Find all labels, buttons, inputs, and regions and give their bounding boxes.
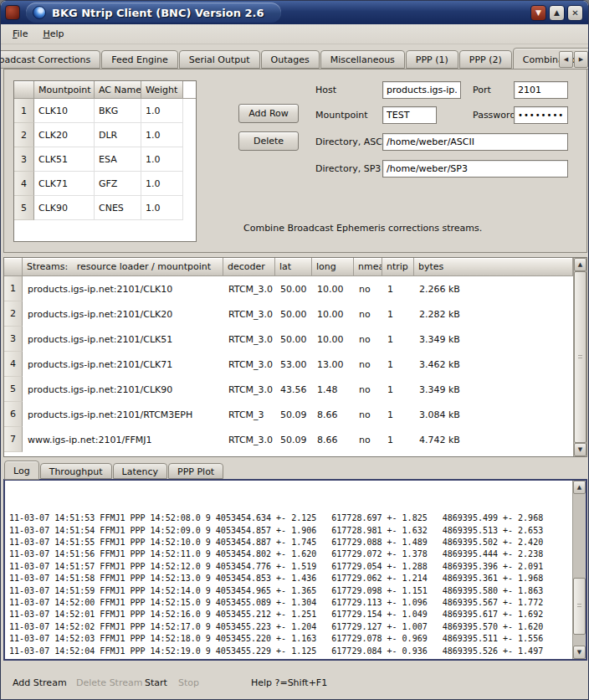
stream-mountpoint[interactable]: products.igs-ip.net:2101/CLK90 bbox=[23, 377, 223, 402]
combination-table-row[interactable]: 3 CLK51 ESA 1.0 bbox=[14, 147, 196, 172]
log-scroll-down-button[interactable]: ▼ bbox=[573, 646, 586, 659]
header-nmea[interactable]: nmea bbox=[354, 258, 382, 276]
stream-decoder[interactable]: RTCM_3.0 bbox=[223, 327, 275, 352]
header-bytes[interactable]: bytes bbox=[414, 258, 573, 276]
menu-file[interactable]: File bbox=[5, 26, 35, 42]
cell-weight[interactable]: 1.0 bbox=[141, 123, 183, 147]
start-button[interactable]: Start bbox=[145, 677, 167, 688]
stream-long[interactable]: 8.66 bbox=[312, 402, 354, 427]
tab-scroll-right-button[interactable]: ▶ bbox=[574, 51, 588, 68]
header-streams-mountpoint[interactable]: Streams: resource loader / mountpoint bbox=[23, 258, 223, 276]
stream-decoder[interactable]: RTCM_3.0 bbox=[223, 377, 275, 402]
stream-nmea[interactable]: no bbox=[354, 352, 382, 377]
stream-decoder[interactable]: RTCM_3.0 bbox=[223, 301, 275, 327]
log-scrollbar-thumb[interactable] bbox=[573, 578, 586, 636]
stream-row[interactable]: 4 products.igs-ip.net:2101/CLK71 RTCM_3.… bbox=[4, 352, 573, 377]
header-ntrip[interactable]: ntrip bbox=[382, 258, 414, 276]
stream-decoder[interactable]: RTCM_3.0 bbox=[223, 276, 275, 301]
stream-long[interactable]: 13.00 bbox=[312, 352, 354, 377]
streams-scrollbar-thumb[interactable] bbox=[574, 271, 586, 443]
tab-ppp-1[interactable]: PPP (1) bbox=[406, 50, 458, 69]
directory-ascii-input[interactable] bbox=[382, 133, 568, 151]
cell-mountpoint[interactable]: CLK90 bbox=[34, 196, 95, 220]
delete-button[interactable]: Delete bbox=[238, 131, 299, 151]
scroll-up-button[interactable]: ▲ bbox=[574, 258, 586, 271]
stream-row[interactable]: 7 www.igs-ip.net:2101/FFMJ1 RTCM_3.0 50.… bbox=[4, 427, 573, 452]
tab-log[interactable]: Log bbox=[4, 461, 39, 480]
port-input[interactable] bbox=[514, 81, 568, 99]
stream-long[interactable]: 10.00 bbox=[312, 327, 354, 352]
tab-ppp-plot[interactable]: PPP Plot bbox=[168, 463, 223, 479]
tab-scroll-left-button[interactable]: ◀ bbox=[559, 51, 573, 68]
stream-ntrip[interactable]: 1 bbox=[382, 352, 414, 377]
stream-row[interactable]: 3 products.igs-ip.net:2101/CLK51 RTCM_3.… bbox=[4, 327, 573, 352]
stream-bytes[interactable]: 3.349 kB bbox=[414, 377, 573, 402]
combination-table-row[interactable]: 2 CLK20 DLR 1.0 bbox=[14, 123, 196, 147]
stream-long[interactable]: 10.00 bbox=[312, 276, 354, 301]
tab-serial-output[interactable]: Serial Output bbox=[179, 50, 260, 69]
add-row-button[interactable]: Add Row bbox=[238, 104, 299, 123]
stream-nmea[interactable]: no bbox=[354, 327, 382, 352]
stream-ntrip[interactable]: 1 bbox=[382, 377, 414, 402]
close-button[interactable]: ✕ bbox=[567, 5, 583, 21]
tab-throughput[interactable]: Throughput bbox=[40, 463, 112, 479]
combination-table-row[interactable]: 5 CLK90 CNES 1.0 bbox=[14, 196, 196, 220]
tab-broadcast-corrections[interactable]: Broadcast Corrections bbox=[1, 50, 100, 69]
cell-mountpoint[interactable]: CLK10 bbox=[34, 99, 95, 123]
maximize-button[interactable]: ▲ bbox=[549, 5, 565, 21]
cell-ac-name[interactable]: GFZ bbox=[95, 172, 141, 196]
stream-nmea[interactable]: no bbox=[354, 301, 382, 327]
cell-weight[interactable]: 1.0 bbox=[141, 99, 183, 123]
stream-row[interactable]: 5 products.igs-ip.net:2101/CLK90 RTCM_3.… bbox=[4, 377, 573, 402]
cell-ac-name[interactable]: DLR bbox=[95, 123, 141, 147]
cell-ac-name[interactable]: BKG bbox=[95, 99, 141, 123]
directory-sp3-input[interactable] bbox=[382, 160, 568, 178]
stream-mountpoint[interactable]: www.igs-ip.net:2101/FFMJ1 bbox=[23, 427, 223, 452]
delete-stream-button[interactable]: Delete Stream bbox=[76, 677, 142, 688]
cell-mountpoint[interactable]: CLK71 bbox=[34, 172, 95, 196]
stream-nmea[interactable]: no bbox=[354, 276, 382, 301]
cell-ac-name[interactable]: ESA bbox=[95, 147, 141, 172]
stream-ntrip[interactable]: 1 bbox=[382, 327, 414, 352]
combination-table-row[interactable]: 1 CLK10 BKG 1.0 bbox=[14, 99, 196, 123]
stream-decoder[interactable]: RTCM_3.0 bbox=[223, 427, 275, 452]
minimize-button[interactable]: ▼ bbox=[530, 5, 546, 21]
stream-mountpoint[interactable]: products.igs-ip.net:2101/CLK51 bbox=[23, 327, 223, 352]
stream-bytes[interactable]: 3.084 kB bbox=[414, 402, 573, 427]
stream-row[interactable]: 6 products.igs-ip.net:2101/RTCM3EPH RTCM… bbox=[4, 402, 573, 427]
stream-row[interactable]: 1 products.igs-ip.net:2101/CLK10 RTCM_3.… bbox=[4, 276, 573, 301]
streams-scrollbar-track[interactable] bbox=[574, 271, 586, 443]
tab-miscellaneous[interactable]: Miscellaneous bbox=[320, 50, 405, 69]
stream-lat[interactable]: 53.00 bbox=[275, 352, 312, 377]
stream-nmea[interactable]: no bbox=[354, 402, 382, 427]
stream-bytes[interactable]: 2.282 kB bbox=[414, 301, 573, 327]
stream-ntrip[interactable]: 1 bbox=[382, 301, 414, 327]
tab-outages[interactable]: Outages bbox=[261, 50, 320, 69]
tab-feed-engine[interactable]: Feed Engine bbox=[101, 50, 177, 69]
stream-lat[interactable]: 50.00 bbox=[275, 301, 312, 327]
stream-long[interactable]: 8.66 bbox=[312, 427, 354, 452]
stream-lat[interactable]: 50.09 bbox=[275, 427, 312, 452]
stop-button[interactable]: Stop bbox=[178, 677, 199, 688]
stream-bytes[interactable]: 2.266 kB bbox=[414, 276, 573, 301]
header-mountpoint[interactable]: Mountpoint bbox=[34, 81, 95, 99]
tab-ppp-2[interactable]: PPP (2) bbox=[459, 50, 512, 69]
menu-help[interactable]: Help bbox=[35, 26, 71, 42]
window-menu-icon[interactable] bbox=[5, 5, 20, 20]
header-decoder[interactable]: decoder bbox=[223, 258, 275, 276]
cell-mountpoint[interactable]: CLK51 bbox=[34, 147, 95, 172]
stream-ntrip[interactable]: 1 bbox=[382, 276, 414, 301]
header-ac-name[interactable]: AC Name bbox=[95, 81, 141, 99]
stream-mountpoint[interactable]: products.igs-ip.net:2101/CLK10 bbox=[23, 276, 223, 301]
host-input[interactable] bbox=[382, 81, 461, 99]
stream-long[interactable]: 1.48 bbox=[312, 377, 354, 402]
tab-latency[interactable]: Latency bbox=[113, 463, 167, 479]
cell-mountpoint[interactable]: CLK20 bbox=[34, 123, 95, 147]
stream-ntrip[interactable]: 1 bbox=[382, 402, 414, 427]
header-lat[interactable]: lat bbox=[275, 258, 312, 276]
stream-long[interactable]: 10.00 bbox=[312, 301, 354, 327]
stream-lat[interactable]: 50.09 bbox=[275, 402, 312, 427]
log-scroll-up-button[interactable]: ▲ bbox=[573, 481, 586, 494]
cell-weight[interactable]: 1.0 bbox=[141, 196, 183, 220]
stream-bytes[interactable]: 3.349 kB bbox=[414, 327, 573, 352]
